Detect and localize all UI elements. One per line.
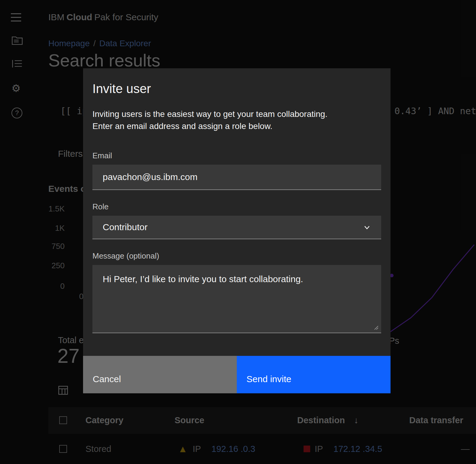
chevron-down-icon	[362, 222, 372, 232]
role-label: Role	[92, 202, 381, 211]
email-field[interactable]	[92, 165, 381, 190]
role-select[interactable]: Contributor	[92, 216, 381, 239]
modal-description: Inviting users is the easiest way to get…	[92, 108, 381, 132]
message-field[interactable]: Hi Peter, I’d like to invite you to star…	[92, 265, 381, 333]
email-label: Email	[92, 151, 381, 160]
role-selected-value: Contributor	[103, 222, 362, 232]
resize-handle[interactable]	[373, 324, 379, 330]
modal-description-line2: Enter an email address and assign a role…	[92, 121, 272, 131]
message-label: Message (optional)	[92, 251, 381, 261]
modal-footer: Cancel Send invite	[83, 356, 391, 393]
invite-user-modal: Invite user Inviting users is the easies…	[83, 68, 391, 393]
modal-title: Invite user	[92, 68, 381, 96]
send-invite-button[interactable]: Send invite	[237, 356, 391, 393]
message-field-wrap: Hi Peter, I’d like to invite you to star…	[92, 265, 381, 333]
modal-description-line1: Inviting users is the easiest way to get…	[92, 109, 327, 119]
cancel-button[interactable]: Cancel	[83, 356, 237, 393]
